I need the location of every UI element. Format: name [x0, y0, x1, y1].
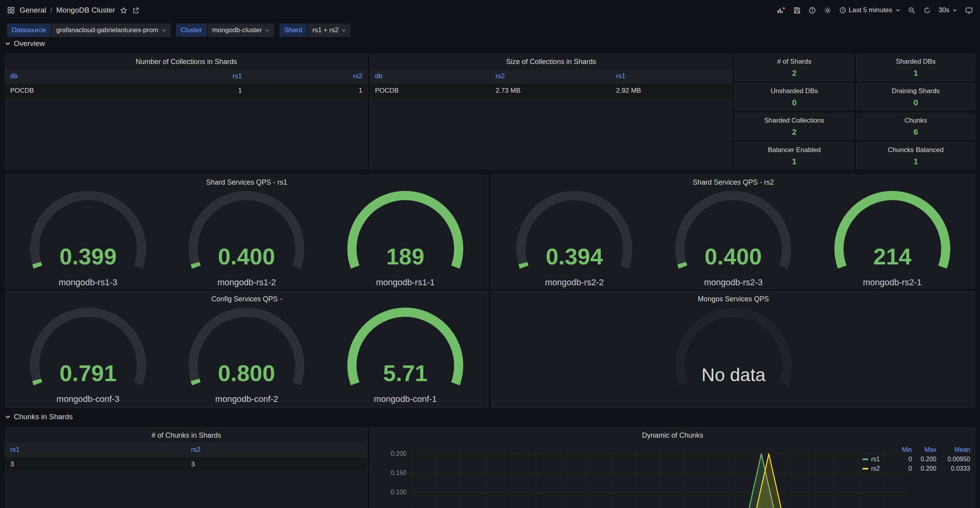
stat-value: 2: [792, 125, 797, 139]
gauge-label: mongodb-conf-1: [374, 394, 437, 404]
add-panel-button[interactable]: [777, 6, 785, 14]
column-header-rs1[interactable]: rs1: [6, 443, 186, 457]
variable-cluster-value[interactable]: mongodb-cluster: [208, 24, 274, 37]
gauge-label: mongodb-conf-3: [57, 394, 120, 404]
variable-shard: Shard rs1 + rs2: [279, 24, 351, 37]
collections-size-table: db rs2 rs1 POCDB 2.73 MB 2.92 MB: [370, 69, 732, 98]
time-series-plot[interactable]: [412, 446, 908, 508]
collections-count-table: db rs1 rs2 POCDB 1 1: [6, 69, 367, 98]
favorite-button[interactable]: [120, 7, 127, 14]
column-header-db[interactable]: db: [6, 69, 126, 83]
panel-title[interactable]: Dynamic of Chunks: [370, 428, 975, 443]
chevron-down-icon: [162, 28, 166, 33]
legend-header-max[interactable]: Max: [912, 446, 936, 453]
gauge-label: mongodb-rs2-2: [545, 277, 604, 288]
panel-title[interactable]: # of Chunks in Shards: [6, 428, 367, 443]
variable-shard-label[interactable]: Shard: [279, 24, 307, 37]
gauge-label: mongodb-conf-2: [215, 394, 278, 404]
chevron-down-icon: [5, 41, 11, 46]
panel-title[interactable]: Size of Collections in Shards: [370, 54, 732, 69]
panel-title[interactable]: Config Services QPS -: [6, 292, 488, 306]
zoom-out-button[interactable]: [908, 7, 916, 14]
cell-rs2: 1: [246, 84, 367, 98]
column-header-rs2[interactable]: rs2: [491, 69, 612, 83]
gauge-value: 0.400: [705, 244, 762, 269]
gauge-value: 0.800: [218, 360, 276, 386]
dashboard-settings-button[interactable]: [824, 7, 831, 14]
table-header-row: rs1 rs2: [6, 443, 367, 457]
dashboard-variables: Datasource grafanacloud-gabrielantunes-p…: [7, 24, 351, 37]
share-button[interactable]: [132, 7, 140, 14]
stat-title[interactable]: Sharded DBs: [896, 54, 936, 66]
stat-title[interactable]: # of Shards: [777, 54, 811, 66]
gauge-row: 0.394 mongodb-rs2-2 0.400 mongodb-rs2-3 …: [492, 190, 975, 288]
panel-title[interactable]: Shard Services QPS - rs2: [492, 175, 975, 190]
gauge-arc: No data: [669, 306, 798, 394]
stat-title[interactable]: Unsharded DBs: [770, 84, 818, 95]
time-range-picker[interactable]: Last 5 minutes: [839, 6, 900, 14]
section-chunks-title: Chunks in Shards: [14, 413, 73, 421]
column-header-rs1[interactable]: rs1: [126, 69, 247, 83]
gauge-arc: 0.394: [509, 190, 639, 277]
column-header-rs2[interactable]: rs2: [186, 443, 367, 457]
panel-title[interactable]: Mongos Services QPS: [492, 292, 975, 306]
stat-value: 6: [914, 125, 918, 139]
column-header-rs1[interactable]: rs1: [611, 69, 732, 83]
legend-header-min[interactable]: Min: [893, 446, 912, 453]
zoom-out-icon: [908, 7, 916, 14]
time-range-label: Last 5 minutes: [849, 6, 892, 14]
series-min: 0: [893, 465, 912, 472]
legend-header-mean[interactable]: Mean: [936, 446, 970, 453]
series-color-dash: [862, 458, 868, 460]
variable-datasource-value[interactable]: grafanacloud-gabrielantunes-prom: [51, 24, 171, 37]
save-dashboard-button[interactable]: [793, 7, 801, 14]
column-header-db[interactable]: db: [370, 69, 491, 83]
variable-datasource-label[interactable]: Datasource: [7, 24, 51, 37]
gauge-arc: 214: [827, 190, 957, 277]
panel-chunks-count: # of Chunks in Shards rs1 rs2 3 3: [5, 427, 368, 508]
gauge-label: mongodb-rs2-3: [704, 277, 763, 288]
legend-item-rs1[interactable]: rs1 0 0.200 0.00950: [862, 455, 970, 464]
panel-title[interactable]: Shard Services QPS - rs1: [6, 175, 488, 190]
stat-title[interactable]: Chuncks Balanced: [888, 143, 944, 154]
stat-title[interactable]: Draining Shards: [892, 84, 940, 95]
breadcrumb-section[interactable]: General: [20, 6, 46, 15]
variable-cluster-label[interactable]: Cluster: [176, 24, 207, 37]
gauge-mongodb-conf-3: 0.791 mongodb-conf-3: [9, 306, 167, 404]
stat-balancer-enabled: Balancer Enabled 1: [735, 142, 854, 169]
star-icon: [120, 7, 127, 14]
gauge-row: 0.791 mongodb-conf-3 0.800 mongodb-conf-…: [6, 306, 488, 404]
info-circle-icon: [809, 7, 816, 14]
column-header-rs2[interactable]: rs2: [246, 69, 367, 83]
section-chunks-toggle[interactable]: Chunks in Shards: [5, 413, 73, 421]
stat-sharded-collections: Sharded Collections 2: [735, 113, 854, 140]
legend-item-rs2[interactable]: rs2 0 0.200 0.0333: [862, 464, 970, 473]
refresh-interval-dropdown[interactable]: 30s: [939, 6, 957, 14]
tv-mode-button[interactable]: [965, 7, 973, 14]
apps-grid-icon: [7, 6, 15, 14]
y-axis-tick: 0.100: [370, 489, 406, 496]
stat-value: 1: [792, 154, 797, 169]
chevron-down-icon: [952, 8, 957, 13]
cell-rs1-chunks: 3: [6, 457, 186, 471]
top-nav: General / MongoDB Cluster: [0, 0, 980, 20]
gauge-label: mongodb-rs1-3: [59, 277, 117, 288]
stat-title[interactable]: Sharded Collections: [764, 113, 824, 125]
section-overview-toggle[interactable]: Overview: [5, 39, 45, 48]
stat-title[interactable]: Chunks: [905, 113, 927, 125]
series-max: 0.200: [912, 465, 936, 472]
save-icon: [793, 7, 801, 14]
variable-datasource: Datasource grafanacloud-gabrielantunes-p…: [7, 24, 171, 37]
cell-db: POCDB: [370, 84, 491, 98]
stat-title[interactable]: Balancer Enabled: [768, 143, 820, 154]
gauge-label: mongodb-rs2-1: [863, 277, 921, 288]
panel-title[interactable]: Number of Collections in Shards: [6, 54, 367, 69]
dashboard-insights-button[interactable]: [809, 7, 816, 14]
table-row: POCDB 2.73 MB 2.92 MB: [370, 83, 732, 98]
stat-unsharded-dbs: Unsharded DBs 0: [735, 83, 854, 110]
variable-shard-value[interactable]: rs1 + rs2: [308, 24, 351, 37]
refresh-button[interactable]: [923, 7, 931, 14]
breadcrumb-separator: /: [50, 6, 52, 15]
gauge-mongodb-rs2-2: 0.394 mongodb-rs2-2: [496, 190, 653, 288]
dashboards-grid-button[interactable]: [7, 6, 15, 14]
